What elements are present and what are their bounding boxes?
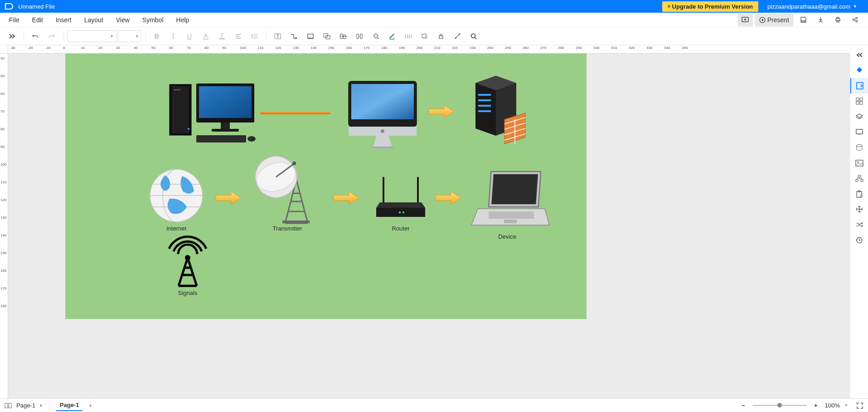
menu-edit[interactable]: Edit [26,14,49,26]
svg-rect-38 [212,129,239,132]
print-button[interactable] [830,14,845,26]
pages-icon[interactable] [5,402,13,409]
expand-panels-icon[interactable] [5,29,20,43]
text-highlight-button[interactable]: T [214,29,230,43]
add-page-button[interactable]: ＋ [85,401,95,411]
svg-point-9 [856,20,858,22]
chevron-down-icon: ▼ [39,403,43,408]
search-button[interactable] [466,29,481,43]
bold-button[interactable]: B [149,29,165,43]
text-box-button[interactable]: T [270,29,286,43]
theme-icon[interactable] [850,63,868,78]
download-button[interactable] [813,14,828,26]
status-bar: Page-1 ▼ Page-1 ＋ − + 100% ▼ [0,398,868,412]
arrow-icon[interactable] [215,190,242,206]
menu-symbol[interactable]: Symbol [136,14,170,26]
svg-rect-79 [5,403,8,408]
desktop-pc-icon[interactable] [167,81,258,144]
svg-point-28 [455,38,456,39]
tools-button[interactable] [450,29,465,43]
line-style-button[interactable] [401,29,416,43]
undo-button[interactable] [28,29,43,43]
align-button[interactable] [231,29,246,43]
menu-view[interactable]: View [110,14,136,26]
distribute-button[interactable] [352,29,367,43]
svg-rect-56 [417,177,419,202]
share-button[interactable] [847,14,863,26]
orgchart-icon[interactable] [850,171,868,186]
fill-color-button[interactable] [368,29,383,43]
upgrade-button[interactable]: Upgrade to Premium Version [662,1,758,12]
router-icon[interactable] [373,176,428,226]
layers-icon[interactable] [850,109,868,124]
svg-rect-69 [856,160,863,166]
transmitter-icon[interactable] [253,152,321,225]
svg-rect-3 [802,20,805,22]
fullscreen-icon[interactable] [856,402,863,409]
diagram-page[interactable]: Internet [65,54,587,319]
present-button[interactable]: Present [755,14,794,26]
svg-point-68 [857,145,862,147]
laptop-icon[interactable] [469,167,550,235]
collapse-panel-icon[interactable] [850,47,868,63]
page-selector[interactable]: Page-1 [16,402,35,409]
ruler-vertical: 405060708090100110120130140150160170180 [0,54,8,398]
arrow-icon[interactable] [428,103,455,120]
user-menu[interactable]: pizzaandparathaaa@gmail.com ▼ [767,3,857,10]
shadow-button[interactable] [417,29,432,43]
data-icon[interactable] [850,140,868,155]
comments-icon[interactable] [850,201,868,217]
redo-button[interactable] [44,29,59,43]
font-name-select[interactable]: ▼ [67,30,117,42]
menu-layout[interactable]: Layout [78,14,110,26]
font-size-select[interactable]: ▼ [118,30,141,42]
tab-page-1[interactable]: Page-1 [56,400,83,411]
templates-icon[interactable] [850,93,868,109]
router-label: Router [385,225,417,232]
user-email: pizzaandparathaaa@gmail.com [767,3,850,10]
svg-rect-25 [389,39,395,39]
imac-icon[interactable] [344,78,421,151]
svg-point-57 [399,211,401,213]
history-icon[interactable] [850,232,868,248]
zoom-slider[interactable] [752,405,807,406]
device-label: Device [489,233,525,240]
internet-globe-icon[interactable] [147,166,206,225]
canvas-surface[interactable]: Internet [8,54,850,398]
svg-rect-36 [199,86,252,118]
image-icon[interactable] [850,155,868,171]
text-color-button[interactable]: A [198,29,213,43]
menu-insert[interactable]: Insert [49,14,78,26]
line-color-button[interactable] [384,29,400,43]
arrow-icon[interactable] [333,190,360,206]
shuffle-icon[interactable] [850,217,868,232]
lock-button[interactable] [433,29,449,43]
svg-rect-72 [856,180,858,181]
container-button[interactable] [303,29,318,43]
svg-rect-26 [422,34,426,38]
group-button[interactable] [319,29,335,43]
internet-label: Internet [156,225,197,232]
line-spacing-button[interactable] [247,29,262,43]
arrow-icon[interactable] [435,190,462,206]
focus-mode-button[interactable] [737,14,753,26]
align-objects-button[interactable] [335,29,351,43]
zoom-out-button[interactable]: − [739,401,748,410]
menu-help[interactable]: Help [170,14,196,26]
svg-rect-11 [203,39,209,39]
style-icon[interactable] [850,78,868,93]
underline-button[interactable]: U [182,29,197,43]
zoom-in-button[interactable]: + [811,401,820,410]
svg-rect-54 [282,221,310,223]
server-firewall-icon[interactable] [471,74,534,147]
signals-icon[interactable] [163,235,213,289]
zoom-value[interactable]: 100% [825,402,840,409]
menu-file[interactable]: File [3,14,26,26]
connector-line[interactable] [260,112,330,114]
connector-button[interactable] [286,29,302,43]
svg-rect-27 [439,36,443,39]
italic-button[interactable]: I [165,29,181,43]
clipboard-icon[interactable]: + [850,186,868,201]
slides-icon[interactable] [850,124,868,140]
save-button[interactable] [795,14,811,26]
